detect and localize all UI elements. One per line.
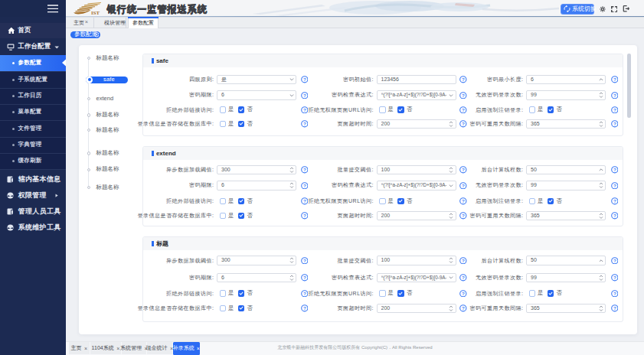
- svg-text:?: ?: [613, 107, 616, 112]
- svg-text:?: ?: [613, 275, 616, 280]
- svg-text:?: ?: [613, 291, 616, 296]
- svg-text:?: ?: [613, 305, 616, 311]
- svg-text:IST: IST: [91, 10, 100, 15]
- svg-text:?: ?: [613, 167, 616, 172]
- svg-text:?: ?: [613, 121, 616, 126]
- svg-text:?: ?: [613, 93, 616, 98]
- svg-text:?: ?: [613, 183, 616, 188]
- svg-text:?: ?: [613, 198, 616, 204]
- svg-text:?: ?: [613, 258, 616, 263]
- svg-text:?: ?: [613, 77, 616, 82]
- svg-text:?: ?: [613, 213, 616, 218]
